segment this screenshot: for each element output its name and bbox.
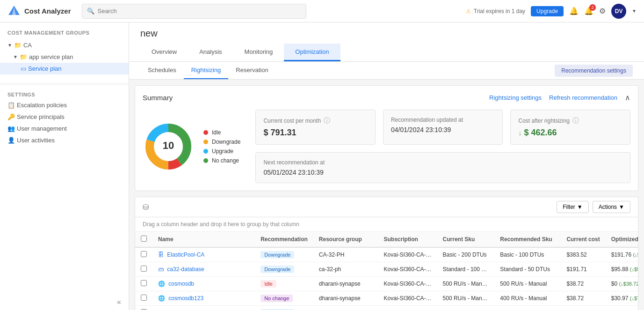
- sidebar-tree: ▼ 📁 CA ▼ 📁 app service plan ▭ Service pl…: [0, 39, 129, 74]
- row-recommended-sku: Standard_B1ls - Linux: [494, 306, 561, 310]
- upgrade-button[interactable]: Upgrade: [531, 6, 564, 16]
- filter-chevron-icon: ▼: [577, 204, 583, 210]
- notification-badge: 2: [589, 4, 596, 11]
- app-logo[interactable]: Cost Analyzer: [7, 5, 71, 18]
- next-rec-label: Next recommendation at: [263, 159, 622, 166]
- resource-name[interactable]: cosmosdb123: [168, 295, 203, 302]
- sidebar-item-escalation[interactable]: 📋 Escalation policies: [0, 99, 129, 111]
- avatar[interactable]: DV: [611, 4, 626, 19]
- sidebar-item-user-management[interactable]: 👥 User management: [0, 123, 129, 134]
- downgrade-dot: [203, 140, 208, 144]
- col-recommended-sku: Recommended Sku: [494, 232, 561, 247]
- recommendation-badge: Downgrade: [260, 266, 294, 273]
- recommendation-badge: No change: [260, 295, 293, 302]
- row-checkbox[interactable]: [141, 280, 147, 286]
- filter-funnel-icon: ⛁: [143, 203, 149, 212]
- sidebar-item-ca[interactable]: ▼ 📁 CA: [0, 39, 129, 51]
- nochange-label: No change: [212, 157, 239, 164]
- upgrade-label: Upgrade: [212, 148, 233, 155]
- settings-icon[interactable]: ⚙: [599, 7, 606, 15]
- summary-title: Summary: [143, 94, 173, 102]
- tab-optimization[interactable]: Optimization: [284, 44, 340, 61]
- col-subscription: Subscription: [378, 232, 437, 247]
- trial-text: Trial expires in 1 day: [474, 8, 525, 15]
- row-recommended-sku: 400 RU/s - Manual: [494, 291, 561, 306]
- collapse-summary-icon[interactable]: ∧: [625, 93, 630, 102]
- row-name: 🗃 ca32-database: [152, 262, 255, 277]
- row-subscription: Kovai-SI360-CA-…: [378, 277, 437, 291]
- table-row: 🗃 ca32-database Downgrade ca-32-ph Kovai…: [135, 262, 638, 277]
- main-content: new Overview Analysis Monitoring Optimiz…: [129, 22, 644, 310]
- actions-button[interactable]: Actions ▼: [593, 201, 630, 213]
- select-all-checkbox[interactable]: [141, 236, 147, 242]
- table-header-row: Name Recommendation Resource group Subsc…: [135, 232, 638, 247]
- rightsizing-settings-link[interactable]: Rightsizing settings: [489, 94, 542, 101]
- row-checkbox-cell: [135, 262, 152, 277]
- search-bar[interactable]: 🔍: [82, 4, 306, 19]
- saving-value: (↓$95.83): [630, 266, 638, 272]
- row-current-sku: Basic - 200 DTUs: [437, 247, 495, 262]
- upgrade-dot: [203, 149, 208, 154]
- summary-full: 10 Idle Downgrade: [143, 110, 630, 183]
- col-current-sku: Current Sku: [437, 232, 495, 247]
- service-principals-label: Service principals: [17, 113, 65, 120]
- resource-name[interactable]: ca32-database: [167, 266, 204, 273]
- cost-groups-title: COST MANAGEMENT GROUPS: [0, 28, 129, 39]
- metric-next-rec: Next recommendation at 05/01/2024 23:10:…: [255, 152, 630, 183]
- sidebar-item-app-service-plan[interactable]: ▼ 📁 app service plan: [0, 51, 129, 63]
- sidebar-divider: [0, 84, 129, 84]
- row-current-sku: Standard_B2s - …: [437, 306, 495, 310]
- filter-button[interactable]: Filter ▼: [557, 201, 589, 213]
- avatar-chevron-icon: ▼: [632, 8, 637, 14]
- row-current-cost: $383.52: [561, 247, 605, 262]
- search-input[interactable]: [97, 7, 301, 15]
- row-resource-group: DHARANI-SYNAPSE: [313, 306, 378, 310]
- sidebar-item-service-plan[interactable]: ▭ Service plan: [0, 63, 129, 74]
- row-checkbox-cell: [135, 306, 152, 310]
- trial-badge: ⚠ Trial expires in 1 day: [466, 8, 525, 15]
- row-checkbox[interactable]: [141, 295, 147, 301]
- chevron-down-icon: ▼: [13, 54, 18, 59]
- tab-monitoring[interactable]: Monitoring: [233, 44, 284, 61]
- sub-tab-rightsizing[interactable]: Rightsizing: [184, 62, 229, 79]
- info-icon-2[interactable]: ⓘ: [572, 117, 579, 125]
- info-icon[interactable]: ⓘ: [324, 117, 330, 125]
- donut-legend: Idle Downgrade Upgrade: [203, 129, 240, 164]
- resource-icon: 🌐: [158, 295, 165, 302]
- resource-name[interactable]: cosmosdb: [168, 280, 194, 287]
- sub-tabs-bar: Schedules Rightsizing Reservation Recomm…: [129, 62, 644, 80]
- sidebar-item-service-principals[interactable]: 🔑 Service principals: [0, 111, 129, 123]
- row-current-cost: $38.72: [561, 277, 605, 291]
- notification-bell-icon[interactable]: 🔔: [569, 7, 579, 15]
- top-nav: Cost Analyzer 🔍 ⚠ Trial expires in 1 day…: [0, 0, 644, 22]
- service-plan-label: Service plan: [28, 65, 62, 72]
- row-recommended-sku: Standard - 50 DTUs: [494, 262, 561, 277]
- cost-after-label: Cost after rightsizing ⓘ: [518, 117, 622, 125]
- refresh-recommendation-link[interactable]: Refresh recommendation: [549, 94, 617, 101]
- row-checkbox[interactable]: [141, 251, 147, 257]
- sidebar-item-user-activities[interactable]: 👤 User activities: [0, 134, 129, 146]
- alerts-icon[interactable]: 🔔 2: [584, 7, 593, 15]
- sub-tab-reservation[interactable]: Reservation: [228, 62, 275, 79]
- table-row: 🌐 cosmosdb Idle dharani-synapse Kovai-SI…: [135, 277, 638, 291]
- tab-overview[interactable]: Overview: [140, 44, 188, 61]
- row-resource-group: CA-32-PH: [313, 247, 378, 262]
- sub-tab-schedules[interactable]: Schedules: [140, 62, 184, 79]
- recommendation-settings-button[interactable]: Recommendation settings: [555, 65, 633, 77]
- filter-actions: Filter ▼ Actions ▼: [557, 201, 630, 213]
- row-resource-group: ca-32-ph: [313, 262, 378, 277]
- select-all-header: [135, 232, 152, 247]
- row-name: 🌐 cosmosdb123: [152, 291, 255, 306]
- row-current-cost: $1.81: [561, 306, 605, 310]
- page-title: new: [140, 28, 633, 39]
- collapse-sidebar-button[interactable]: «: [0, 294, 129, 310]
- row-recommendation: Downgrade: [255, 262, 313, 277]
- resource-name[interactable]: ElasticPool-CA: [167, 251, 204, 258]
- nav-actions: ⚠ Trial expires in 1 day Upgrade 🔔 🔔 2 ⚙…: [466, 4, 637, 19]
- main-tabs: Overview Analysis Monitoring Optimizatio…: [140, 44, 633, 61]
- col-recommendation: Recommendation: [255, 232, 313, 247]
- metric-rec-updated: Recommendation updated at 04/01/2024 23:…: [383, 110, 503, 145]
- tab-analysis[interactable]: Analysis: [188, 44, 233, 61]
- row-checkbox[interactable]: [141, 266, 147, 272]
- row-checkbox-cell: [135, 277, 152, 291]
